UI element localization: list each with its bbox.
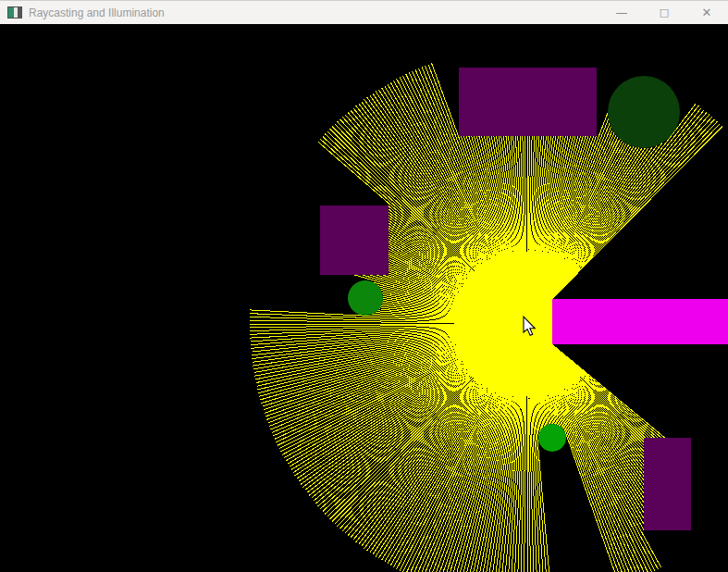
title-bar[interactable]: Raycasting and Illumination — □ ✕ (0, 0, 728, 24)
app-window: Raycasting and Illumination — □ ✕ (0, 0, 728, 572)
minimize-button[interactable]: — (600, 1, 643, 24)
obstacle-rect-bottom-right (644, 438, 691, 530)
close-button[interactable]: ✕ (685, 1, 728, 24)
app-icon (7, 6, 22, 19)
window-controls: — □ ✕ (600, 1, 728, 24)
window-title: Raycasting and Illumination (29, 6, 165, 19)
obstacle-circle-mid-green (348, 280, 383, 316)
obstacle-circle-dark-green (608, 76, 680, 148)
obstacle-rect-left (320, 205, 389, 275)
obstacle-rect-top (459, 68, 597, 136)
maximize-button[interactable]: □ (643, 1, 685, 24)
obstacle-rect-magenta (552, 299, 728, 344)
raycasting-scene[interactable] (0, 24, 728, 572)
obstacle-circle-bright-green (538, 424, 566, 452)
